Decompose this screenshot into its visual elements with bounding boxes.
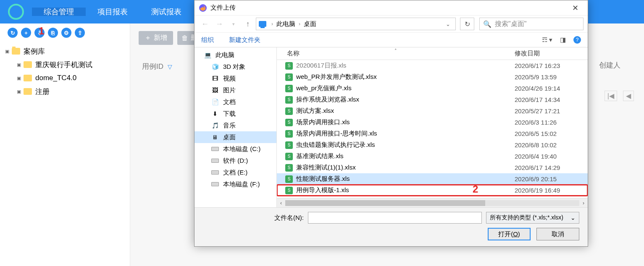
new-button[interactable]: ＋ 新增 bbox=[139, 31, 173, 45]
cancel-button[interactable]: 取消 bbox=[536, 228, 579, 240]
nav-item[interactable]: 项目报表 bbox=[86, 8, 139, 16]
nav-back-icon[interactable]: ← bbox=[199, 20, 211, 29]
tree-root[interactable]: ▣ 案例库 bbox=[3, 44, 127, 58]
file-row[interactable]: S用例导入模版-1.xls2020/6/19 16:49 bbox=[277, 185, 588, 196]
file-row[interactable]: Sweb_pr充值账户.xls2020/4/26 19:14 bbox=[277, 83, 588, 94]
file-name: 用例导入模版-1.xls bbox=[296, 186, 515, 194]
place-item[interactable]: 🎵音乐 bbox=[195, 120, 276, 131]
place-label: 桌面 bbox=[223, 133, 236, 141]
path-bar[interactable]: › 此电脑 › 桌面 ⌄ bbox=[256, 18, 456, 30]
excel-icon: S bbox=[285, 62, 293, 70]
nav-item[interactable]: 综合管理 bbox=[32, 8, 86, 16]
places-sidebar: 💻此电脑🧊3D 对象🎞视频🖼图片📄文档⬇下载🎵音乐🖥桌面本地磁盘 (C:)软件 … bbox=[195, 47, 277, 207]
toolbar-icon-3[interactable]: ⎘ bbox=[48, 28, 58, 38]
excel-icon: S bbox=[285, 130, 293, 138]
nav-item[interactable]: 测试报表 bbox=[139, 8, 193, 16]
pager-first[interactable]: |◀ bbox=[605, 91, 617, 101]
path-dropdown-icon[interactable]: ⌄ bbox=[443, 21, 453, 27]
tree-item-label: dome_TC4.0 bbox=[35, 74, 76, 82]
place-item[interactable]: 文档 (E:) bbox=[195, 167, 276, 178]
file-row[interactable]: S20200617日报.xls2020/6/17 16:23 bbox=[277, 60, 588, 71]
file-row[interactable]: S性能测试服务器.xls2020/6/9 20:15 bbox=[277, 173, 588, 185]
organize-button[interactable]: 组织 bbox=[201, 36, 214, 44]
file-name: 场景内调用接口.xls bbox=[296, 118, 515, 126]
place-item[interactable]: ⬇下载 bbox=[195, 108, 276, 120]
excel-icon: S bbox=[285, 119, 293, 126]
file-row[interactable]: S操作系统及浏览器.xlsx2020/6/17 14:34 bbox=[277, 94, 588, 105]
excel-icon: S bbox=[285, 85, 293, 92]
toolbar-icon-1[interactable]: + bbox=[21, 28, 31, 38]
file-date: 2020/4/26 19:14 bbox=[515, 85, 560, 92]
file-date: 2020/6/3 11:26 bbox=[515, 119, 557, 126]
filter-icon[interactable]: ▽ bbox=[168, 63, 172, 70]
place-item[interactable]: 📄文档 bbox=[195, 96, 276, 108]
pager-prev[interactable]: ◀ bbox=[623, 91, 634, 101]
folder-icon bbox=[12, 48, 20, 55]
drive-icon bbox=[211, 147, 219, 151]
place-item[interactable]: 🧊3D 对象 bbox=[195, 61, 276, 73]
help-icon[interactable]: ? bbox=[573, 36, 581, 44]
place-item[interactable]: 🖥桌面 bbox=[195, 131, 276, 143]
place-label: 此电脑 bbox=[216, 51, 234, 59]
refresh-icon[interactable]: ↻ bbox=[460, 18, 474, 30]
file-row[interactable]: Sweb_PR并发用户数测试.xlsx2020/5/9 13:59 bbox=[277, 71, 588, 83]
cube-icon: 🧊 bbox=[211, 63, 219, 70]
file-date: 2020/6/19 16:49 bbox=[515, 187, 560, 194]
svg-point-1 bbox=[12, 8, 20, 16]
dialog-navbar: ← → ▾ ↑ › 此电脑 › 桌面 ⌄ ↻ 🔍 搜索"桌面" bbox=[195, 16, 588, 32]
filetype-select[interactable]: 所有支持的类型 (*.xls;*.xlsx) ⌄ bbox=[486, 212, 579, 224]
place-item[interactable]: 💻此电脑 bbox=[195, 49, 276, 61]
file-row[interactable]: S测试方案.xlsx2020/5/27 17:21 bbox=[277, 105, 588, 117]
toolbar-icon-0[interactable]: ↻ bbox=[8, 28, 18, 38]
open-button[interactable]: 打开(O) bbox=[488, 228, 531, 240]
search-input[interactable]: 🔍 搜索"桌面" bbox=[479, 18, 584, 30]
dialog-titlebar[interactable]: 文件上传 ✕ bbox=[195, 0, 588, 16]
file-row[interactable]: S基准测试结果.xls2020/6/4 19:40 bbox=[277, 151, 588, 162]
place-item[interactable]: 软件 (D:) bbox=[195, 155, 276, 167]
place-label: 图片 bbox=[223, 86, 236, 94]
collapse-icon[interactable]: ▣ bbox=[4, 49, 10, 54]
excel-icon: S bbox=[285, 107, 293, 115]
file-date: 2020/6/8 10:02 bbox=[515, 141, 557, 149]
file-row[interactable]: S兼容性测试(1)(1).xlsx2020/6/17 14:29 bbox=[277, 162, 588, 173]
excel-icon: S bbox=[285, 73, 293, 81]
file-row[interactable]: S虫虫错题集测试执行记录.xls2020/6/8 10:02 bbox=[277, 139, 588, 151]
file-name: 虫虫错题集测试执行记录.xls bbox=[296, 141, 515, 149]
toolbar-icon-4[interactable]: ⚙ bbox=[61, 28, 71, 38]
place-item[interactable]: 本地磁盘 (F:) bbox=[195, 178, 276, 190]
preview-pane-icon[interactable]: ◨ bbox=[560, 36, 566, 44]
expand-icon[interactable]: ▣ bbox=[16, 76, 22, 81]
place-item[interactable]: 🎞视频 bbox=[195, 73, 276, 84]
tree-item[interactable]: ▣重庆银行手机测试 bbox=[3, 58, 127, 71]
breadcrumb-root[interactable]: 此电脑 bbox=[276, 20, 295, 28]
filename-input[interactable] bbox=[308, 212, 482, 224]
scroll-right-icon[interactable]: › bbox=[579, 200, 588, 206]
file-row[interactable]: S场景内调用接口.xls2020/6/3 11:26 bbox=[277, 117, 588, 128]
file-name: 兼容性测试(1)(1).xlsx bbox=[296, 164, 515, 172]
toolbar-icon-5[interactable]: ⇧ bbox=[75, 28, 85, 38]
tree-item[interactable]: ▣dome_TC4.0 bbox=[3, 71, 127, 85]
scroll-left-icon[interactable]: ‹ bbox=[277, 200, 285, 206]
file-date: 2020/6/17 14:29 bbox=[515, 164, 560, 171]
place-item[interactable]: 本地磁盘 (C:) bbox=[195, 143, 276, 155]
trash-icon: 🗑 bbox=[181, 34, 188, 42]
expand-icon[interactable]: ▣ bbox=[16, 62, 22, 68]
view-mode-icon[interactable]: ☶ ▾ bbox=[542, 36, 552, 44]
video-icon: 🎞 bbox=[211, 75, 219, 82]
close-icon[interactable]: ✕ bbox=[567, 3, 584, 13]
nav-forward-icon[interactable]: → bbox=[213, 20, 226, 29]
tree-item[interactable]: ▣注册 bbox=[3, 85, 127, 98]
place-item[interactable]: 🖼图片 bbox=[195, 84, 276, 96]
tree: ▣ 案例库 ▣重庆银行手机测试▣dome_TC4.0▣注册 bbox=[0, 42, 130, 101]
chevron-down-icon[interactable]: ▾ bbox=[227, 21, 240, 27]
nav-up-icon[interactable]: ↑ bbox=[242, 20, 254, 29]
expand-icon[interactable]: ▣ bbox=[16, 89, 22, 94]
file-upload-dialog: 文件上传 ✕ ← → ▾ ↑ › 此电脑 › 桌面 ⌄ ↻ 🔍 搜索"桌面" 组… bbox=[194, 0, 588, 247]
horizontal-scrollbar[interactable]: ‹ › bbox=[277, 198, 588, 207]
file-row[interactable]: S场景内调用接口-思考时间.xls2020/6/5 15:02 bbox=[277, 128, 588, 139]
file-list-area: ˄ 名称 修改日期 S20200617日报.xls2020/6/17 16:23… bbox=[277, 47, 588, 207]
col-date-header[interactable]: 修改日期 bbox=[512, 50, 588, 57]
col-creator-label: 创建人 bbox=[599, 60, 620, 70]
new-folder-button[interactable]: 新建文件夹 bbox=[229, 36, 260, 44]
breadcrumb-current[interactable]: 桌面 bbox=[304, 20, 316, 28]
